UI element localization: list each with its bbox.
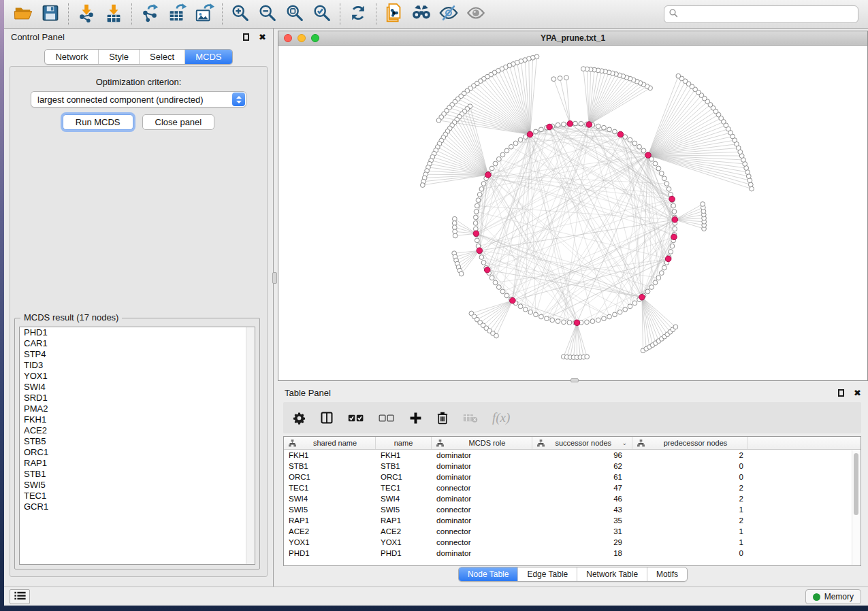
cell-predecessor-nodes[interactable]: 2 — [632, 484, 748, 492]
cell-successor-nodes[interactable]: 47 — [532, 484, 632, 492]
vertical-splitter-handle[interactable] — [272, 272, 277, 284]
cell-successor-nodes[interactable]: 46 — [532, 495, 632, 503]
run-mcds-button[interactable]: Run MCDS — [63, 114, 133, 130]
export-image-button[interactable] — [191, 2, 218, 27]
cell-name[interactable]: ACE2 — [376, 527, 432, 535]
cell-name[interactable]: SWI4 — [376, 495, 432, 503]
cell-predecessor-nodes[interactable]: 2 — [632, 451, 748, 459]
cell-predecessor-nodes[interactable]: 2 — [632, 495, 748, 503]
hide-selected-button[interactable] — [435, 2, 462, 27]
import-table-button[interactable] — [100, 2, 127, 27]
cell-name[interactable]: YOX1 — [376, 538, 432, 546]
new-network-from-selection-button[interactable] — [381, 2, 408, 27]
tab-network-table[interactable]: Network Table — [577, 567, 647, 581]
cell-mcds-role[interactable]: connector — [432, 527, 532, 535]
optimization-criterion-select[interactable]: largest connected component (undirected) — [31, 91, 246, 108]
select-all-columns-icon[interactable] — [348, 414, 364, 423]
cell-successor-nodes[interactable]: 29 — [532, 538, 632, 546]
float-panel-icon[interactable] — [243, 33, 249, 41]
float-panel-icon[interactable] — [838, 389, 844, 397]
cell-predecessor-nodes[interactable]: 0 — [632, 473, 748, 481]
table-row[interactable]: TEC1 TEC1 connector 47 2 — [284, 482, 861, 493]
table-row[interactable]: FKH1 FKH1 dominator 96 2 — [284, 450, 861, 461]
cell-mcds-role[interactable]: dominator — [432, 549, 532, 557]
cell-mcds-role[interactable]: dominator — [432, 473, 532, 481]
tab-mcds[interactable]: MCDS — [185, 50, 231, 64]
first-neighbors-button[interactable] — [408, 2, 435, 27]
cell-mcds-role[interactable]: dominator — [432, 516, 532, 525]
column-header-successor-nodes[interactable]: successor nodes ⌄ — [532, 437, 632, 449]
show-hidden-button[interactable] — [462, 2, 489, 27]
cell-successor-nodes[interactable]: 35 — [532, 516, 632, 525]
cell-successor-nodes[interactable]: 31 — [532, 527, 632, 535]
export-table-button[interactable] — [163, 2, 191, 27]
apply-layout-button[interactable] — [344, 2, 372, 27]
cell-shared-name[interactable]: RAP1 — [284, 516, 376, 525]
cell-shared-name[interactable]: SWI4 — [284, 495, 376, 503]
zoom-fit-button[interactable] — [281, 2, 308, 27]
cell-shared-name[interactable]: ORC1 — [284, 473, 376, 481]
horizontal-splitter-handle[interactable] — [570, 378, 579, 382]
tab-node-table[interactable]: Node Table — [459, 567, 519, 581]
column-header-predecessor-nodes[interactable]: predecessor nodes — [632, 437, 748, 449]
search-input[interactable] — [679, 7, 854, 21]
cell-shared-name[interactable]: ACE2 — [284, 527, 376, 535]
show-column-panel-icon[interactable] — [320, 411, 334, 425]
cell-name[interactable]: ORC1 — [376, 473, 432, 481]
mcds-result-list[interactable]: PHD1CAR1STP4TID3YOX1SWI4SRD1PMA2FKH1ACE2… — [19, 327, 255, 565]
task-history-button[interactable] — [10, 589, 30, 604]
memory-button[interactable]: Memory — [805, 589, 861, 604]
cell-mcds-role[interactable]: connector — [432, 484, 532, 492]
cell-mcds-role[interactable]: dominator — [432, 451, 532, 459]
close-panel-button[interactable]: Close panel — [142, 114, 215, 130]
import-network-button[interactable] — [73, 2, 100, 27]
column-header-shared-name[interactable]: shared name — [284, 437, 376, 449]
cell-mcds-role[interactable]: connector — [432, 538, 532, 546]
search-box[interactable] — [664, 5, 858, 23]
cell-mcds-role[interactable]: dominator — [432, 462, 532, 470]
table-row[interactable]: STB1 STB1 dominator 62 0 — [284, 461, 861, 472]
cell-predecessor-nodes[interactable]: 2 — [632, 516, 748, 525]
cell-name[interactable]: PHD1 — [376, 549, 432, 557]
cell-name[interactable]: FKH1 — [376, 451, 432, 459]
cell-successor-nodes[interactable]: 62 — [532, 462, 632, 470]
column-header-mcds-role[interactable]: MCDS role — [432, 437, 532, 449]
table-row[interactable]: ORC1 ORC1 dominator 61 0 — [284, 472, 861, 482]
cell-predecessor-nodes[interactable]: 1 — [632, 527, 748, 535]
cell-shared-name[interactable]: TEC1 — [284, 484, 376, 492]
network-graph[interactable] — [278, 46, 867, 380]
tab-motifs[interactable]: Motifs — [647, 567, 687, 581]
tab-select[interactable]: Select — [140, 50, 185, 64]
network-canvas[interactable] — [278, 46, 867, 380]
mcds-list-scrollbar[interactable] — [246, 327, 255, 564]
zoom-out-button[interactable] — [254, 2, 281, 27]
cell-predecessor-nodes[interactable]: 1 — [632, 538, 748, 546]
table-scrollbar-thumb[interactable] — [854, 453, 858, 515]
cell-name[interactable]: RAP1 — [376, 516, 432, 525]
export-network-button[interactable] — [136, 2, 163, 27]
cell-mcds-role[interactable]: dominator — [432, 495, 532, 503]
tab-style[interactable]: Style — [99, 50, 140, 64]
close-panel-icon[interactable]: ✖ — [259, 33, 266, 42]
zoom-selected-button[interactable] — [308, 2, 336, 27]
cell-predecessor-nodes[interactable]: 0 — [632, 462, 748, 470]
delete-column-trash-icon[interactable] — [436, 411, 449, 425]
network-titlebar[interactable]: YPA_prune.txt_1 — [278, 31, 867, 46]
table-row[interactable]: ACE2 ACE2 connector 31 1 — [284, 526, 861, 537]
cell-shared-name[interactable]: PHD1 — [284, 549, 376, 557]
cell-successor-nodes[interactable]: 18 — [532, 549, 632, 557]
table-scrollbar[interactable] — [852, 450, 860, 565]
tab-network[interactable]: Network — [45, 50, 99, 64]
cell-shared-name[interactable]: FKH1 — [284, 451, 376, 459]
cell-successor-nodes[interactable]: 61 — [532, 473, 632, 481]
cell-name[interactable]: TEC1 — [376, 484, 432, 492]
table-settings-gear-icon[interactable] — [293, 412, 306, 425]
table-row[interactable]: PHD1 PHD1 dominator 18 0 — [284, 548, 861, 559]
cell-shared-name[interactable]: YOX1 — [284, 538, 376, 546]
cell-predecessor-nodes[interactable]: 0 — [632, 549, 748, 557]
cell-successor-nodes[interactable]: 43 — [532, 506, 632, 514]
cell-name[interactable]: STB1 — [376, 462, 432, 470]
tab-edge-table[interactable]: Edge Table — [518, 567, 577, 581]
cell-predecessor-nodes[interactable]: 1 — [632, 506, 748, 514]
column-header-name[interactable]: name — [376, 437, 432, 449]
